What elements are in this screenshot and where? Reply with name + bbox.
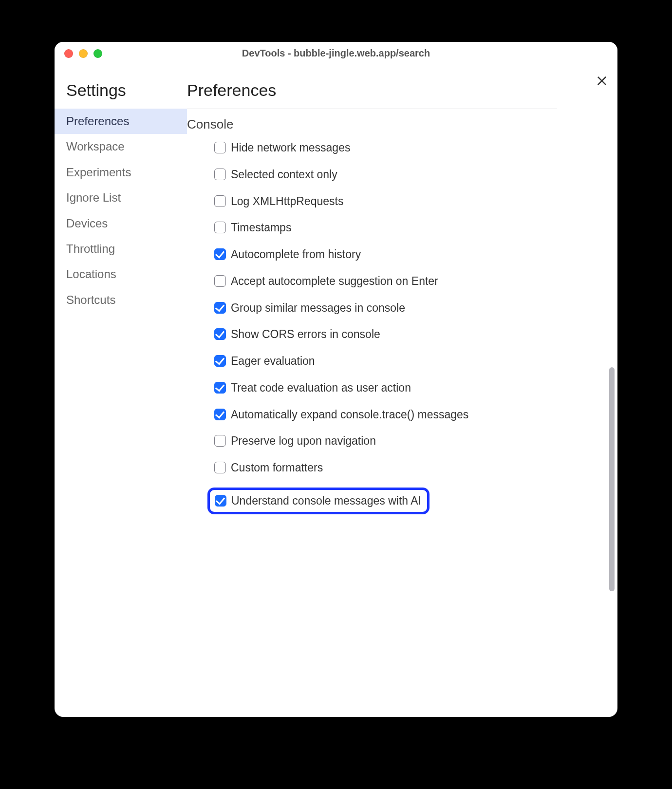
section-title-console: Console xyxy=(187,117,606,132)
divider xyxy=(187,109,557,109)
checkbox[interactable] xyxy=(214,222,226,233)
scrollbar-thumb[interactable] xyxy=(609,367,615,591)
option-row: Show CORS errors in console xyxy=(214,327,523,341)
option-row: Hide network messages xyxy=(214,141,523,155)
option-row: Understand console messages with AI xyxy=(207,488,429,514)
checkbox[interactable] xyxy=(214,195,226,207)
option-label: Log XMLHttpRequests xyxy=(231,194,343,208)
sidebar-item-shortcuts[interactable]: Shortcuts xyxy=(55,287,187,313)
sidebar-item-preferences[interactable]: Preferences xyxy=(55,109,187,134)
option-label: Automatically expand console.trace() mes… xyxy=(231,408,468,422)
window-zoom-dot[interactable] xyxy=(93,49,102,58)
window-title: DevTools - bubble-jingle.web.app/search xyxy=(55,48,617,59)
option-row: Eager evaluation xyxy=(214,354,523,368)
sidebar: Settings PreferencesWorkspaceExperiments… xyxy=(55,65,187,717)
devtools-window: DevTools - bubble-jingle.web.app/search … xyxy=(55,42,617,717)
content: Settings PreferencesWorkspaceExperiments… xyxy=(55,65,617,717)
sidebar-item-locations[interactable]: Locations xyxy=(55,262,187,287)
checkbox[interactable] xyxy=(214,382,226,394)
option-label: Understand console messages with AI xyxy=(231,494,421,508)
option-row: Automatically expand console.trace() mes… xyxy=(214,408,523,422)
option-label: Custom formatters xyxy=(231,461,323,475)
option-row: Group similar messages in console xyxy=(214,301,523,315)
checkbox[interactable] xyxy=(214,275,226,287)
checkbox[interactable] xyxy=(214,462,226,473)
option-label: Timestamps xyxy=(231,221,291,235)
option-label: Treat code evaluation as user action xyxy=(231,381,411,395)
option-label: Autocomplete from history xyxy=(231,247,361,262)
sidebar-item-ignore-list[interactable]: Ignore List xyxy=(55,185,187,210)
option-label: Accept autocomplete suggestion on Enter xyxy=(231,274,438,288)
option-label: Hide network messages xyxy=(231,141,350,155)
titlebar: DevTools - bubble-jingle.web.app/search xyxy=(55,42,617,65)
option-label: Show CORS errors in console xyxy=(231,327,380,341)
sidebar-heading: Settings xyxy=(66,81,187,100)
traffic-lights xyxy=(64,49,102,58)
option-row: Selected context only xyxy=(214,168,523,182)
option-row: Preserve log upon navigation xyxy=(214,434,523,448)
option-row: Treat code evaluation as user action xyxy=(214,381,523,395)
sidebar-item-devices[interactable]: Devices xyxy=(55,211,187,236)
sidebar-item-throttling[interactable]: Throttling xyxy=(55,236,187,262)
checkbox[interactable] xyxy=(214,328,226,340)
sidebar-item-experiments[interactable]: Experiments xyxy=(55,160,187,185)
main-panel: Preferences Console Hide network message… xyxy=(187,65,617,717)
options-list: Hide network messagesSelected context on… xyxy=(187,141,523,527)
option-label: Group similar messages in console xyxy=(231,301,405,315)
option-row: Log XMLHttpRequests xyxy=(214,194,523,208)
option-label: Preserve log upon navigation xyxy=(231,434,376,448)
option-row: Accept autocomplete suggestion on Enter xyxy=(214,274,523,288)
option-label: Selected context only xyxy=(231,168,337,182)
option-label: Eager evaluation xyxy=(231,354,315,368)
checkbox[interactable] xyxy=(214,248,226,260)
window-minimize-dot[interactable] xyxy=(79,49,88,58)
option-row: Timestamps xyxy=(214,221,523,235)
window-close-dot[interactable] xyxy=(64,49,73,58)
option-row: Autocomplete from history xyxy=(214,247,523,262)
sidebar-item-workspace[interactable]: Workspace xyxy=(55,134,187,159)
checkbox[interactable] xyxy=(214,302,226,314)
checkbox[interactable] xyxy=(214,409,226,420)
checkbox[interactable] xyxy=(214,435,226,447)
checkbox[interactable] xyxy=(214,142,226,153)
checkbox[interactable] xyxy=(214,355,226,367)
page-title: Preferences xyxy=(187,81,606,100)
checkbox[interactable] xyxy=(215,495,226,507)
checkbox[interactable] xyxy=(214,169,226,180)
option-row: Custom formatters xyxy=(214,461,523,475)
